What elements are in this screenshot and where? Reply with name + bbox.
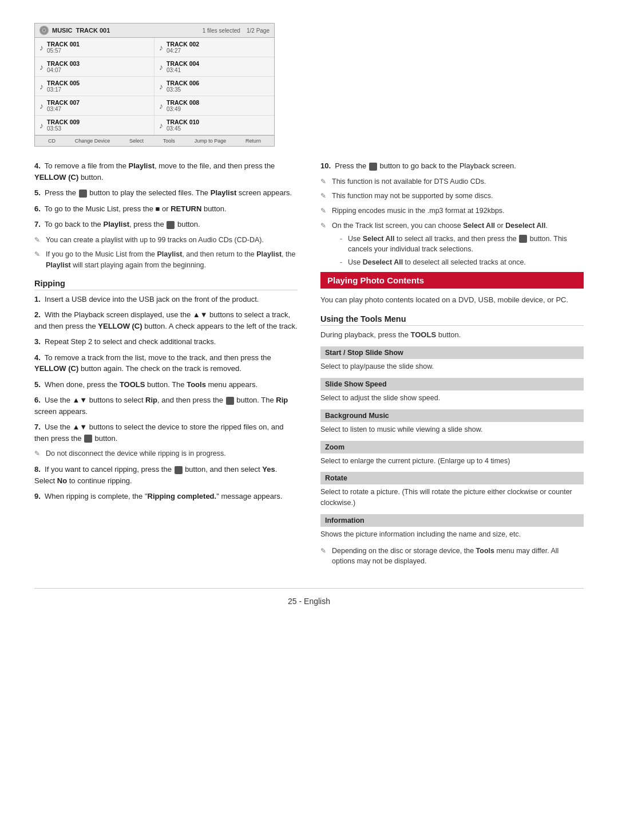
track-time: 03:17 xyxy=(47,86,80,93)
track-time: 03:35 xyxy=(167,86,199,93)
note-sub-item: Use Select All to select all tracks, and… xyxy=(340,234,584,255)
right-steps: 10. Press the button to go back to the P… xyxy=(320,160,584,172)
tools-item-desc: Shows the picture information including … xyxy=(320,529,584,540)
track-item[interactable]: ♪ TRACK 009 03:53 xyxy=(35,116,154,135)
note-item: Depending on the disc or storage device,… xyxy=(320,546,584,567)
list-item: 3. Repeat Step 2 to select and check add… xyxy=(34,336,298,348)
page-language-label: English xyxy=(304,597,330,606)
track-item[interactable]: ♪ TRACK 007 03:47 xyxy=(35,96,154,116)
music-footer: CDChange DeviceSelectToolsJump to PageRe… xyxy=(35,135,274,146)
cancel-button-icon xyxy=(175,466,183,474)
track-list: ♪ TRACK 001 05:57 ♪ TRACK 002 04:27 ♪ TR… xyxy=(35,38,274,135)
list-item: 5. When done, press the TOOLS button. Th… xyxy=(34,379,298,391)
confirm-button-icon-3 xyxy=(519,235,527,243)
music-label: MUSIC xyxy=(52,27,72,34)
playlist-steps: 4. To remove a file from the Playlist, m… xyxy=(34,160,298,230)
note-item: If you go to the Music List from the Pla… xyxy=(34,249,298,271)
track-time: 05:57 xyxy=(47,48,80,54)
music-note-icon: ♪ xyxy=(39,43,43,52)
tools-item-header: Background Music xyxy=(320,409,584,422)
music-note-icon: ♪ xyxy=(159,62,163,72)
track-item[interactable]: ♪ TRACK 005 03:17 xyxy=(35,77,154,96)
list-item: 4. To remove a track from the list, move… xyxy=(34,352,298,374)
track-time: 03:47 xyxy=(47,106,80,112)
track-item[interactable]: ♪ TRACK 002 04:27 xyxy=(154,38,274,57)
music-current-track: TRACK 001 xyxy=(76,27,110,34)
page-info: 1/2 Page xyxy=(247,27,270,34)
music-screen: MUSIC TRACK 001 1 files selected 1/2 Pag… xyxy=(34,23,275,147)
ripping-note: Do not disconnect the device while rippi… xyxy=(34,448,298,459)
disc-icon xyxy=(39,26,49,35)
right-notes: This function is not available for DTS A… xyxy=(320,176,584,268)
track-name: TRACK 002 xyxy=(167,41,199,48)
note-item: This function is not available for DTS A… xyxy=(320,176,584,187)
list-item: 2. With the Playback screen displayed, u… xyxy=(34,309,298,332)
music-note-icon: ♪ xyxy=(39,62,43,72)
list-item: 6. Use the ▲▼ buttons to select Rip, and… xyxy=(34,395,298,417)
track-name: TRACK 006 xyxy=(167,80,199,86)
tools-item-header: Information xyxy=(320,514,584,527)
track-info: TRACK 009 03:53 xyxy=(47,119,80,132)
track-time: 04:27 xyxy=(167,48,199,54)
music-screen-container: MUSIC TRACK 001 1 files selected 1/2 Pag… xyxy=(34,23,584,147)
confirm-button-icon xyxy=(226,397,234,405)
tools-item-desc: Select to enlarge the current picture. (… xyxy=(320,456,584,467)
track-name: TRACK 004 xyxy=(167,60,199,67)
tools-footer-note: Depending on the disc or storage device,… xyxy=(320,546,584,567)
confirm-button-icon-2 xyxy=(84,435,92,443)
music-note-icon: ♪ xyxy=(159,43,163,52)
tools-item-header: Rotate xyxy=(320,472,584,484)
track-item[interactable]: ♪ TRACK 001 05:57 xyxy=(35,38,154,57)
music-note-icon: ♪ xyxy=(39,101,43,111)
tools-item-header: Start / Stop Slide Show xyxy=(320,346,584,359)
track-item[interactable]: ♪ TRACK 010 03:45 xyxy=(154,116,274,135)
music-title-area: MUSIC TRACK 001 xyxy=(39,26,110,35)
track-name: TRACK 008 xyxy=(167,99,199,106)
music-note-icon: ♪ xyxy=(39,82,43,91)
tools-item-header: Zoom xyxy=(320,441,584,453)
list-item: 5. Press the button to play the selected… xyxy=(34,187,298,199)
footer-item[interactable]: Tools xyxy=(163,138,175,144)
music-file-info: 1 files selected 1/2 Page xyxy=(203,27,270,34)
footer-item[interactable]: Select xyxy=(129,138,144,144)
music-note-icon: ♪ xyxy=(39,121,43,130)
play-button-icon xyxy=(79,190,87,198)
track-name: TRACK 003 xyxy=(47,60,80,67)
list-item: 4. To remove a file from the Playlist, m… xyxy=(34,160,298,183)
list-item: 6. To go to the Music List, press the ■ … xyxy=(34,203,298,215)
track-time: 03:53 xyxy=(47,125,80,132)
list-item: 1. Insert a USB device into the USB jack… xyxy=(34,294,298,305)
track-info: TRACK 002 04:27 xyxy=(167,41,199,54)
photo-section-heading: Playing Photo Contents xyxy=(320,272,584,289)
playlist-notes: You can create a playlist with up to 99 … xyxy=(34,235,298,271)
track-name: TRACK 005 xyxy=(47,80,80,86)
music-screen-header: MUSIC TRACK 001 1 files selected 1/2 Pag… xyxy=(35,23,274,38)
page-layout: 4. To remove a file from the Playlist, m… xyxy=(34,160,584,571)
select-all-sublist: Use Select All to select all tracks, and… xyxy=(332,234,584,268)
footer-item[interactable]: Jump to Page xyxy=(195,138,227,144)
footer-item[interactable]: Return xyxy=(245,138,261,144)
tools-items: Start / Stop Slide ShowSelect to play/pa… xyxy=(320,346,584,539)
track-item[interactable]: ♪ TRACK 003 04:07 xyxy=(35,57,154,77)
tools-menu-intro: During playback, press the TOOLS button. xyxy=(320,329,584,341)
list-item: 9. When ripping is complete, the "Rippin… xyxy=(34,491,298,502)
footer-item[interactable]: CD xyxy=(48,138,56,144)
track-info: TRACK 010 03:45 xyxy=(167,119,199,132)
track-item[interactable]: ♪ TRACK 004 03:41 xyxy=(154,57,274,77)
track-time: 03:41 xyxy=(167,67,199,73)
list-item: 7. Use the ▲▼ buttons to select the devi… xyxy=(34,421,298,444)
music-note-icon: ♪ xyxy=(159,121,163,130)
track-name: TRACK 010 xyxy=(167,119,199,125)
track-item[interactable]: ♪ TRACK 006 03:35 xyxy=(154,77,274,96)
track-info: TRACK 004 03:41 xyxy=(167,60,199,73)
list-item: 10. Press the button to go back to the P… xyxy=(320,160,584,172)
note-sub-item: Use Deselect All to deselect all selecte… xyxy=(340,257,584,268)
track-item[interactable]: ♪ TRACK 008 03:49 xyxy=(154,96,274,116)
ripping-steps-2: 8. If you want to cancel ripping, press … xyxy=(34,464,298,502)
footer-item[interactable]: Change Device xyxy=(75,138,110,144)
track-info: TRACK 006 03:35 xyxy=(167,80,199,93)
track-name: TRACK 007 xyxy=(47,99,80,106)
track-name: TRACK 009 xyxy=(47,119,80,125)
note-item: On the Track list screen, you can choose… xyxy=(320,220,584,268)
track-info: TRACK 005 03:17 xyxy=(47,80,80,93)
